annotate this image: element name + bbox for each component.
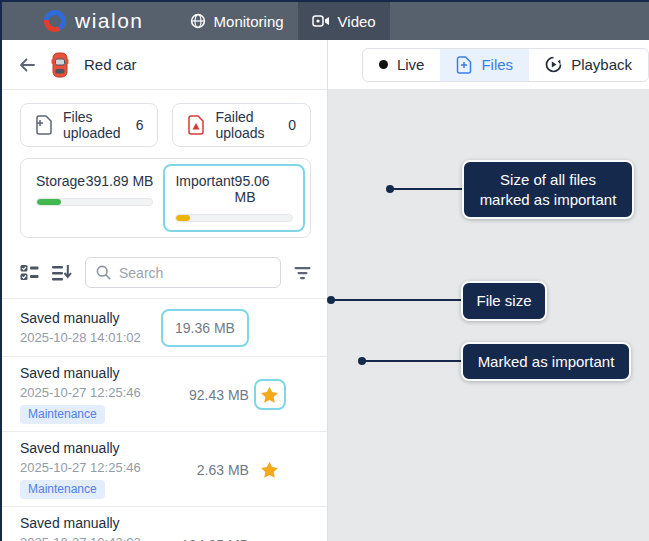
tab-label: Playback (571, 56, 632, 73)
wialon-logo-icon (44, 10, 66, 32)
callout-text: File size (476, 291, 531, 310)
storage-progress-bar (36, 198, 153, 206)
callout-line (364, 360, 461, 362)
file-size: 2.63 MB (197, 462, 249, 478)
important-label: Important (175, 173, 234, 205)
top-bar: wialon Monitoring Video (2, 2, 649, 40)
callout-file-size: File size (461, 281, 547, 321)
callout-marked-important: Marked as important (461, 342, 631, 381)
star-icon (260, 386, 279, 404)
search-icon (96, 265, 111, 280)
view-mode-tabs: Live Files Playback (362, 48, 649, 82)
star-icon[interactable] (260, 461, 279, 479)
storage-progress-fill (37, 199, 61, 205)
globe-icon (190, 13, 206, 29)
important-star-highlighted[interactable] (254, 379, 286, 410)
storage-card: Storage 391.89 MB Important 95.06 MB (20, 158, 311, 238)
storage-label: Storage (36, 173, 85, 189)
important-value: 95.06 MB (235, 173, 293, 205)
file-tag: Maintenance (20, 480, 105, 499)
list-toolbar (2, 238, 327, 298)
nav-item-video[interactable]: Video (298, 2, 390, 40)
file-size: 92.43 MB (189, 387, 249, 403)
file-datetime: 2025-10-27 10:43:02 (20, 535, 181, 541)
tab-playback[interactable]: Playback (529, 49, 648, 81)
video-camera-icon (312, 14, 330, 28)
nav-label: Monitoring (214, 13, 284, 30)
important-star-slot (257, 379, 283, 410)
search-box (85, 257, 281, 288)
file-error-icon (187, 115, 205, 135)
car-icon (50, 52, 70, 78)
file-row[interactable]: Saved manually 2025-10-27 10:43:02 Drive… (2, 506, 327, 541)
brand-name: wialon (75, 9, 144, 33)
file-datetime: 2025-10-28 14:01:02 (20, 330, 161, 346)
callout-line (333, 299, 461, 301)
file-size-highlighted: 19.36 MB (161, 309, 249, 347)
file-title: Saved manually (20, 440, 197, 457)
failed-uploads-card: Failed uploads 0 (172, 103, 310, 147)
sort-icon[interactable] (52, 264, 72, 281)
file-tag: Maintenance (20, 405, 105, 424)
files-uploaded-card: Files uploaded 6 (20, 103, 158, 147)
important-meter-highlighted: Important 95.06 MB (163, 164, 304, 232)
nav-item-monitoring[interactable]: Monitoring (176, 2, 298, 40)
file-list: Saved manually 2025-10-28 14:01:02 19.36… (2, 298, 327, 541)
file-title: Saved manually (20, 515, 181, 532)
wialon-logo: wialon (44, 9, 144, 33)
storage-value: 391.89 MB (86, 173, 154, 189)
unit-header: Red car (2, 40, 327, 90)
tab-live[interactable]: Live (363, 49, 441, 81)
playback-icon (545, 56, 562, 73)
file-row[interactable]: Saved manually 2025-10-27 12:25:46 Maint… (2, 431, 327, 506)
back-button[interactable] (18, 57, 36, 73)
file-title: Saved manually (20, 310, 161, 327)
top-nav: Monitoring Video (176, 2, 390, 40)
file-add-icon (35, 115, 53, 135)
tab-label: Live (397, 56, 425, 73)
main-content: Red car Files uploaded 6 Failed uploads … (2, 40, 649, 541)
storage-meter: Storage 391.89 MB (26, 164, 163, 232)
search-input[interactable] (119, 265, 270, 281)
stat-label: Failed uploads (215, 109, 278, 141)
callout-line (392, 188, 462, 190)
video-files-panel: Red car Files uploaded 6 Failed uploads … (2, 40, 328, 541)
important-star-slot (257, 461, 283, 479)
select-all-icon[interactable] (20, 264, 39, 281)
file-title: Saved manually (20, 365, 189, 382)
filter-icon[interactable] (294, 266, 311, 280)
file-datetime: 2025-10-27 12:25:46 (20, 460, 197, 476)
view-tabs-strip: Live Files Playback (328, 40, 649, 90)
stat-label: Files uploaded (63, 109, 126, 141)
app-window: wialon Monitoring Video (0, 0, 649, 541)
important-progress-fill (176, 215, 190, 221)
file-row[interactable]: Saved manually 2025-10-28 14:01:02 19.36… (2, 298, 327, 356)
upload-stats: Files uploaded 6 Failed uploads 0 (20, 103, 311, 147)
unit-name: Red car (84, 56, 137, 73)
important-progress-bar (175, 214, 292, 222)
file-upload-icon (456, 56, 472, 74)
file-datetime: 2025-10-27 12:25:46 (20, 385, 189, 401)
callout-text: Size of all files marked as important (474, 170, 622, 208)
stat-value: 6 (136, 117, 144, 133)
live-dot-icon (379, 60, 388, 69)
callout-text: Marked as important (478, 352, 615, 371)
nav-label: Video (338, 13, 376, 30)
file-size: 184.05 MB (181, 537, 249, 541)
tab-files[interactable]: Files (440, 49, 529, 81)
stat-value: 0 (288, 117, 296, 133)
file-row[interactable]: Saved manually 2025-10-27 12:25:46 Maint… (2, 356, 327, 431)
tab-label: Files (481, 56, 513, 73)
callout-important-size: Size of all files marked as important (462, 160, 634, 219)
